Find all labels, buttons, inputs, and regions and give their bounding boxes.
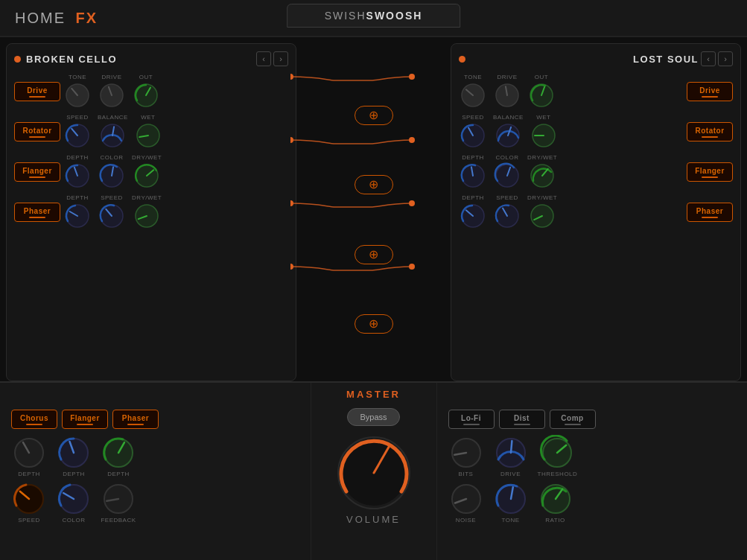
left-drive-knob-wrap: DRIVE xyxy=(98,74,126,109)
left-speed-knob[interactable] xyxy=(63,121,92,150)
right-pdrywet-knob-wrap: DRY/WET xyxy=(527,194,557,230)
master-phaser-button[interactable]: Phaser xyxy=(112,410,159,429)
master-volume-knob[interactable] xyxy=(333,432,415,514)
master-right-knobs-row2: NOISE TONE RATIO xyxy=(448,481,737,524)
master-lofi-button[interactable]: Lo-Fi xyxy=(448,410,495,429)
master-color-knob[interactable] xyxy=(56,481,92,517)
right-rwet-knob-wrap: WET xyxy=(530,114,558,150)
left-wet-knob[interactable] xyxy=(134,121,162,150)
right-fdrywet-knob[interactable] xyxy=(528,162,556,190)
right-panel-dot xyxy=(459,56,465,63)
svg-point-19 xyxy=(409,264,415,270)
right-rotator-button[interactable]: Rotator xyxy=(687,122,733,141)
left-wet-knob-wrap: WET xyxy=(134,114,162,150)
master-chorus-depth-wrap: DEPTH xyxy=(11,435,47,478)
left-rotator-row: Rotator SPEED BALANCE WET xyxy=(14,114,288,150)
right-fdepth-knob[interactable] xyxy=(459,162,487,190)
link-button-1[interactable]: ⊕ xyxy=(355,106,393,125)
master-feedback-knob[interactable] xyxy=(101,481,136,517)
master-threshold-knob[interactable] xyxy=(539,435,575,471)
right-pspeed-knob[interactable] xyxy=(493,202,521,230)
left-pspeed-knob[interactable] xyxy=(98,202,126,230)
right-pdepth-knob[interactable] xyxy=(459,202,487,230)
left-out-knob[interactable] xyxy=(132,81,160,109)
left-drive-knobs: TONE DRIVE OUT xyxy=(63,74,288,109)
master-left-controls-row: SPEED COLOR FEEDBACK xyxy=(11,481,299,524)
master-noise-wrap: NOISE xyxy=(448,481,484,524)
master-ratio-knob[interactable] xyxy=(538,481,573,517)
master-speed-knob[interactable] xyxy=(11,481,47,517)
right-panel-name: LOST SOUL xyxy=(471,54,699,65)
right-rotator-knobs: SPEED BALANCE WET xyxy=(459,114,684,150)
left-speed-knob-wrap: SPEED xyxy=(63,114,92,150)
master-phaser-depth-knob[interactable] xyxy=(101,435,136,471)
left-tone-knob[interactable] xyxy=(63,81,92,109)
master-comp-button[interactable]: Comp xyxy=(550,410,596,429)
right-tone-knob[interactable] xyxy=(459,81,487,109)
right-phaser-row: Phaser DEPTH SPEED DRY/WET xyxy=(459,194,733,230)
right-rotator-row: Rotator SPEED BALANCE WET xyxy=(459,114,733,150)
left-pdepth-knob[interactable] xyxy=(63,202,92,230)
left-fdepth-knob-wrap: DEPTH xyxy=(63,154,92,190)
right-fcolor-knob[interactable] xyxy=(493,162,521,190)
master-bits-wrap: BITS xyxy=(448,435,484,478)
right-flanger-row: Flanger DEPTH COLOR DRY/WET xyxy=(459,154,733,190)
left-drive-knob[interactable] xyxy=(98,81,126,109)
master-noise-knob[interactable] xyxy=(448,481,484,517)
master-chorus-button[interactable]: Chorus xyxy=(11,410,57,429)
left-rotator-button[interactable]: Rotator xyxy=(14,122,60,141)
left-fdepth-knob[interactable] xyxy=(63,162,92,190)
right-pdepth-knob-wrap: DEPTH xyxy=(459,194,487,230)
left-balance-knob-wrap: BALANCE xyxy=(98,114,128,150)
master-flanger-depth-wrap: DEPTH xyxy=(56,435,92,478)
left-fdrywet-knob[interactable] xyxy=(133,162,161,190)
master-dist-button[interactable]: Dist xyxy=(499,410,545,429)
master-speed-wrap: SPEED xyxy=(11,481,47,524)
right-panel-next[interactable]: › xyxy=(718,51,733,66)
right-rbalance-knob[interactable] xyxy=(494,121,522,150)
right-drive-knob-wrap: DRIVE xyxy=(493,74,521,109)
left-drive-button[interactable]: Drive xyxy=(14,82,60,101)
master-section: MASTER Chorus Flanger Phaser DEPTH DEPTH xyxy=(0,381,747,560)
left-flanger-row: Flanger DEPTH COLOR DRY/WET xyxy=(14,154,288,190)
master-right-fx-buttons: Lo-Fi Dist Comp xyxy=(448,410,737,429)
right-out-knob[interactable] xyxy=(527,81,556,109)
right-rspeed-knob[interactable] xyxy=(459,121,487,150)
left-phaser-row: Phaser DEPTH SPEED DRY/WET xyxy=(14,194,288,230)
header-title: SWISHSWOOSH xyxy=(287,4,461,28)
left-flanger-knobs: DEPTH COLOR DRY/WET xyxy=(63,154,288,190)
right-fcolor-knob-wrap: COLOR xyxy=(493,154,521,190)
right-phaser-button[interactable]: Phaser xyxy=(687,203,733,222)
master-bits-knob[interactable] xyxy=(448,435,484,471)
master-rtone-knob[interactable] xyxy=(493,481,529,517)
link-button-2[interactable]: ⊕ xyxy=(355,175,393,194)
right-flanger-button[interactable]: Flanger xyxy=(687,162,733,182)
left-phaser-button[interactable]: Phaser xyxy=(14,203,60,222)
right-drive-button[interactable]: Drive xyxy=(687,82,733,101)
left-panel-dot xyxy=(14,56,21,63)
left-phaser-knobs: DEPTH SPEED DRY/WET xyxy=(63,194,288,230)
left-fcolor-knob[interactable] xyxy=(98,162,126,190)
master-rdrive-knob[interactable] xyxy=(493,435,529,471)
right-pdrywet-knob[interactable] xyxy=(528,202,556,230)
right-drive-knob[interactable] xyxy=(493,81,521,109)
left-flanger-button[interactable]: Flanger xyxy=(14,162,60,182)
right-phaser-knobs: DEPTH SPEED DRY/WET xyxy=(459,194,684,230)
right-rwet-knob[interactable] xyxy=(530,121,558,150)
left-panel-prev[interactable]: ‹ xyxy=(256,51,271,66)
master-flanger-depth-knob[interactable] xyxy=(56,435,92,471)
right-panel-prev[interactable]: ‹ xyxy=(701,51,716,66)
svg-point-15 xyxy=(409,137,415,143)
link-button-3[interactable]: ⊕ xyxy=(355,245,393,264)
link-button-4[interactable]: ⊕ xyxy=(355,314,393,334)
master-flanger-button[interactable]: Flanger xyxy=(62,410,108,429)
left-panel-next[interactable]: › xyxy=(273,51,288,66)
master-ratio-wrap: RATIO xyxy=(538,481,573,524)
right-drive-row: Drive TONE DRIVE OUT xyxy=(459,74,733,109)
left-balance-knob[interactable] xyxy=(98,121,127,150)
master-threshold-wrap: THRESHOLD xyxy=(538,435,578,478)
bypass-button[interactable]: Bypass xyxy=(347,408,399,426)
master-feedback-wrap: FEEDBACK xyxy=(101,481,136,524)
master-chorus-depth-knob[interactable] xyxy=(11,435,47,471)
left-pdrywet-knob[interactable] xyxy=(133,202,161,230)
